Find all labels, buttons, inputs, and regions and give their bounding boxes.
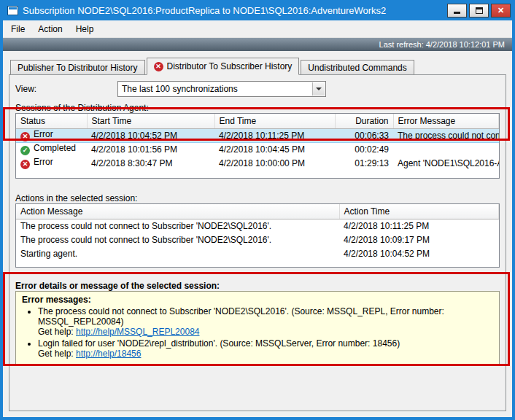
end-time-cell: 4/2/2018 10:11:25 PM <box>214 128 335 142</box>
error-help-line: Get help: http://help/18456 <box>38 349 493 359</box>
error-details-label: Error details or message of the selected… <box>15 281 220 291</box>
view-dropdown-value: The last 100 synchronizations <box>122 84 238 94</box>
menu-bar: File Action Help <box>3 20 512 38</box>
error-message-text: The process could not connect to Subscri… <box>38 306 493 327</box>
column-header-start-time[interactable]: Start Time <box>87 114 214 128</box>
session-row[interactable]: Error 4/2/2018 8:30:47 PM 4/2/2018 10:00… <box>16 156 499 170</box>
action-row[interactable]: The process could not connect to Subscri… <box>16 219 499 233</box>
end-time-cell: 4/2/2018 10:00:00 PM <box>214 156 335 170</box>
actions-table: Action Message Action Time The process c… <box>15 203 500 268</box>
maximize-button[interactable] <box>469 4 489 18</box>
session-row[interactable]: Completed 4/2/2018 10:01:56 PM 4/2/2018 … <box>16 142 499 156</box>
duration-cell: 01:29:13 <box>335 156 393 170</box>
last-refresh-text: Last refresh: 4/2/2018 10:12:01 PM <box>379 40 505 49</box>
maximize-icon <box>476 7 483 14</box>
action-time-cell: 4/2/2018 10:11:25 PM <box>339 219 499 233</box>
error-messages-box: Error messages: The process could not co… <box>15 291 500 365</box>
column-header-error-message[interactable]: Error Message <box>393 114 499 128</box>
status-cell: Error <box>16 156 87 170</box>
error-messages-heading: Error messages: <box>22 295 493 305</box>
actions-header-row: Action Message Action Time <box>16 204 499 219</box>
window-title: Subscription NODE2\SQL2016:ProductReplic… <box>23 5 447 16</box>
minimize-button[interactable] <box>447 4 467 18</box>
replication-monitor-window: Subscription NODE2\SQL2016:ProductReplic… <box>0 0 515 420</box>
error-message-item: The process could not connect to Subscri… <box>38 306 493 337</box>
start-time-cell: 4/2/2018 8:30:47 PM <box>87 156 214 170</box>
sessions-table: Status Start Time End Time Duration Erro… <box>15 113 500 179</box>
actions-label: Actions in the selected session: <box>15 193 137 203</box>
error-icon <box>20 160 30 169</box>
titlebar: Subscription NODE2\SQL2016:ProductReplic… <box>3 0 512 20</box>
status-cell: Error <box>16 128 87 142</box>
action-message-cell: The process could not connect to Subscri… <box>16 233 339 246</box>
chevron-down-icon <box>316 88 322 90</box>
action-time-cell: 4/2/2018 10:04:52 PM <box>339 246 499 260</box>
start-time-cell: 4/2/2018 10:01:56 PM <box>87 142 214 156</box>
column-header-status[interactable]: Status <box>16 114 87 128</box>
menu-item-help[interactable]: Help <box>69 21 101 37</box>
action-row[interactable]: Starting agent. 4/2/2018 10:04:52 PM <box>16 246 499 260</box>
error-message-cell: The process could not connect to ... <box>393 128 499 142</box>
session-row[interactable]: Error 4/2/2018 10:04:52 PM 4/2/2018 10:1… <box>16 128 499 142</box>
start-time-cell: 4/2/2018 10:04:52 PM <box>87 128 214 142</box>
duration-cell: 00:02:49 <box>335 142 393 156</box>
tab-content-panel: View: The last 100 synchronizations Sess… <box>9 74 506 411</box>
app-icon <box>7 6 18 15</box>
view-dropdown[interactable]: The last 100 synchronizations <box>117 81 326 97</box>
tab-strip: Publisher To Distributor History Distrib… <box>10 57 512 74</box>
error-message-item: Login failed for user 'NODE2\repl_distri… <box>38 338 493 359</box>
error-help-line: Get help: http://help/MSSQL_REPL20084 <box>38 327 493 337</box>
dropdown-button[interactable] <box>312 82 325 96</box>
tab-undistributed-commands[interactable]: Undistributed Commands <box>301 60 414 74</box>
error-icon <box>20 132 30 141</box>
column-header-action-time[interactable]: Action Time <box>339 204 499 219</box>
minimize-icon <box>454 12 460 14</box>
tab-label: Publisher To Distributor History <box>18 63 138 73</box>
action-message-cell: Starting agent. <box>16 246 339 260</box>
help-link[interactable]: http://help/18456 <box>76 349 141 359</box>
status-strip: Last refresh: 4/2/2018 10:12:01 PM <box>3 38 512 51</box>
column-header-duration[interactable]: Duration <box>335 114 393 128</box>
error-messages-list: The process could not connect to Subscri… <box>38 306 493 359</box>
tab-publisher-to-distributor-history[interactable]: Publisher To Distributor History <box>10 60 145 74</box>
menu-item-file[interactable]: File <box>4 21 31 37</box>
action-time-cell: 4/2/2018 10:09:17 PM <box>339 233 499 246</box>
duration-cell: 00:06:33 <box>335 128 393 142</box>
window-controls <box>447 4 511 18</box>
view-label: View: <box>15 84 36 94</box>
tab-label: Undistributed Commands <box>308 63 406 73</box>
action-message-cell: The process could not connect to Subscri… <box>16 219 339 233</box>
close-button[interactable] <box>491 4 511 18</box>
error-message-cell <box>393 142 499 156</box>
tab-distributor-to-subscriber-history[interactable]: Distributor To Subscriber History <box>147 58 300 75</box>
sessions-header-row: Status Start Time End Time Duration Erro… <box>16 114 499 128</box>
end-time-cell: 4/2/2018 10:04:45 PM <box>214 142 335 156</box>
column-header-end-time[interactable]: End Time <box>214 114 335 128</box>
tab-label: Distributor To Subscriber History <box>167 61 293 71</box>
error-message-text: Login failed for user 'NODE2\repl_distri… <box>38 338 493 349</box>
error-icon <box>154 62 163 71</box>
success-icon <box>20 146 30 155</box>
window-body: File Action Help Last refresh: 4/2/2018 … <box>3 20 512 417</box>
help-link[interactable]: http://help/MSSQL_REPL20084 <box>76 327 199 337</box>
menu-item-action[interactable]: Action <box>31 21 69 37</box>
error-message-cell: Agent 'NODE1\SQL2016-Adventu... <box>393 156 499 170</box>
sessions-label: Sessions of the Distribution Agent: <box>15 103 149 113</box>
status-cell: Completed <box>16 142 87 156</box>
action-row[interactable]: The process could not connect to Subscri… <box>16 233 499 246</box>
column-header-action-message[interactable]: Action Message <box>16 204 339 219</box>
